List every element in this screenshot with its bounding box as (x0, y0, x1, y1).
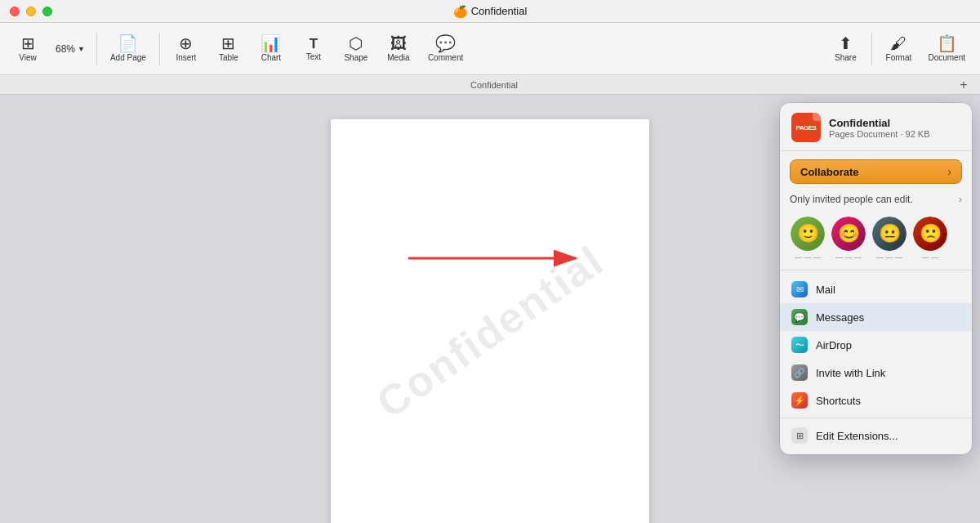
zoom-value: 68% (56, 43, 75, 55)
share-option-link[interactable]: 🔗 Invite with Link (780, 359, 972, 387)
document-icon: 📋 (937, 35, 957, 51)
avatar-face-2: 😊 (831, 217, 866, 251)
shortcuts-icon: ⚡ (791, 392, 808, 409)
avatar-face-4: 🙁 (913, 217, 947, 251)
toolbar-table[interactable]: ⊞ Table (209, 32, 248, 65)
text-icon: T (310, 37, 318, 51)
avatar-label-1: — — — (790, 253, 826, 262)
maximize-button[interactable] (42, 7, 52, 16)
airdrop-icon: 〜 (791, 337, 808, 353)
main-area: Confidential PAGES Confidential Pages Do… (0, 95, 980, 523)
messages-label: Messages (816, 311, 864, 324)
avatar-label-3: — — — (871, 253, 907, 262)
table-icon: ⊞ (221, 35, 235, 51)
shape-icon: ⬡ (349, 35, 363, 51)
avatar-item-4: 🙁 — — (912, 217, 948, 262)
avatar-item-1: 🙂 — — — (790, 217, 826, 262)
toolbar: ⊞ View 68% ▼ 📄 Add Page ⊕ Insert ⊞ Table… (0, 23, 980, 75)
comment-label: Comment (428, 53, 463, 62)
share-popup: PAGES Confidential Pages Document · 92 K… (780, 103, 972, 454)
avatar-label-2: — — — (831, 253, 866, 262)
toolbar-comment[interactable]: 💬 Comment (421, 32, 470, 65)
toolbar-format[interactable]: 🖌 Format (879, 32, 918, 65)
add-page-icon: 📄 (118, 35, 138, 51)
toolbar-zoom[interactable]: 68% ▼ (51, 41, 90, 57)
messages-icon: 💬 (791, 309, 808, 325)
insert-icon: ⊕ (179, 35, 193, 51)
popup-doc-name: Confidential (829, 117, 960, 129)
window-title: 🍊 Confidential (453, 5, 528, 18)
traffic-lights (10, 7, 52, 16)
share-option-extensions[interactable]: ⊞ Edit Extensions... (780, 422, 972, 449)
minimize-button[interactable] (26, 7, 36, 16)
permissions-text: Only invited people can edit. (790, 194, 913, 205)
popup-avatars: 🙂 — — — 😊 — — — 😐 — — — 🙁 — — (780, 212, 972, 270)
tabbar: Confidential + (0, 75, 980, 95)
close-button[interactable] (10, 7, 20, 16)
toolbar-shape[interactable]: ⬡ Shape (336, 32, 376, 65)
doc-page: Confidential (331, 119, 649, 523)
table-label: Table (219, 53, 238, 62)
avatar-3: 😐 (872, 217, 906, 251)
format-icon: 🖌 (890, 35, 906, 51)
toolbar-separator-1 (96, 33, 97, 65)
share-label: Share (835, 53, 857, 62)
share-option-shortcuts[interactable]: ⚡ Shortcuts (780, 387, 972, 414)
zoom-chevron-icon: ▼ (78, 45, 85, 53)
share-option-messages[interactable]: 💬 Messages (780, 303, 972, 331)
avatar-item-2: 😊 — — — (831, 217, 866, 262)
toolbar-share[interactable]: ⬆ Share (826, 32, 865, 65)
view-icon: ⊞ (21, 35, 35, 51)
shape-label: Shape (344, 53, 368, 62)
permissions-row[interactable]: Only invited people can edit. › (780, 192, 972, 212)
toolbar-media[interactable]: 🖼 Media (379, 32, 418, 65)
chart-label: Chart (261, 53, 281, 62)
avatar-4: 🙁 (913, 217, 947, 251)
extensions-label: Edit Extensions... (816, 430, 898, 442)
toolbar-view[interactable]: ⊞ View (8, 32, 47, 65)
media-icon: 🖼 (390, 35, 407, 51)
airdrop-label: AirDrop (816, 339, 852, 351)
avatar-label-4: — — (912, 253, 948, 262)
comment-icon: 💬 (435, 35, 456, 51)
toolbar-text[interactable]: T Text (294, 34, 333, 65)
insert-label: Insert (176, 53, 196, 62)
popup-doc-info: Confidential Pages Document · 92 KB (829, 117, 960, 139)
tabbar-add-tab[interactable]: + (956, 77, 972, 93)
title-text: Confidential (471, 5, 528, 17)
mail-label: Mail (816, 284, 835, 296)
add-page-label: Add Page (110, 53, 146, 62)
toolbar-add-page[interactable]: 📄 Add Page (104, 32, 153, 65)
avatar-face-3: 😐 (872, 217, 906, 251)
view-label: View (19, 53, 37, 62)
collaborate-button[interactable]: Collaborate › (790, 159, 962, 184)
watermark-text: Confidential (368, 235, 612, 427)
avatar-item-3: 😐 — — — (871, 217, 907, 262)
media-label: Media (387, 53, 409, 62)
collaborate-chevron-icon: › (947, 165, 951, 178)
titlebar: 🍊 Confidential (0, 0, 980, 23)
collaborate-label: Collaborate (800, 166, 859, 178)
popup-doc-icon: PAGES (791, 113, 821, 142)
toolbar-document[interactable]: 📋 Document (921, 32, 972, 65)
popup-divider (780, 418, 972, 418)
avatar-2: 😊 (831, 217, 866, 251)
avatar-1: 🙂 (791, 217, 825, 251)
avatar-face-1: 🙂 (791, 217, 825, 251)
share-option-mail[interactable]: ✉ Mail (780, 275, 972, 303)
share-option-airdrop[interactable]: 〜 AirDrop (780, 331, 972, 359)
format-label: Format (886, 53, 912, 62)
text-label: Text (306, 52, 321, 61)
shortcuts-label: Shortcuts (816, 395, 861, 407)
popup-doc-meta: Pages Document · 92 KB (829, 129, 960, 139)
permissions-chevron-icon: › (959, 194, 962, 205)
invite-link-label: Invite with Link (816, 367, 885, 379)
tabbar-title: Confidential (33, 80, 956, 90)
mail-icon: ✉ (791, 281, 808, 297)
toolbar-insert[interactable]: ⊕ Insert (167, 32, 206, 65)
toolbar-separator-3 (871, 33, 872, 65)
link-icon: 🔗 (791, 364, 808, 381)
toolbar-chart[interactable]: 📊 Chart (252, 32, 291, 65)
popup-header: PAGES Confidential Pages Document · 92 K… (780, 103, 972, 151)
title-emoji: 🍊 (453, 5, 467, 18)
